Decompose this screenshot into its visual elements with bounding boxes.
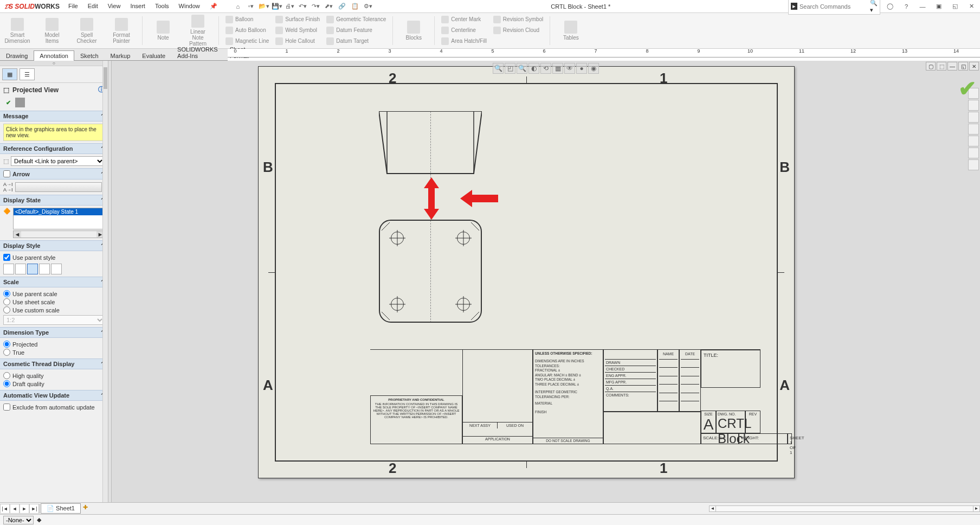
tables-button[interactable]: Tables [558,21,584,41]
maximize-icon[interactable]: ◱ [949,1,962,12]
property-tab-icon[interactable]: ☰ [20,68,35,80]
ok-button[interactable]: ✔ [3,98,13,107]
section-arrow[interactable]: Arrow⌃ [0,168,108,180]
print-icon[interactable]: 🖨▾ [285,1,295,12]
add-sheet-icon[interactable]: ✚ [83,504,93,514]
section-auto-view-update[interactable]: Automatic View Update⌃ [0,390,108,401]
zoom-fit-icon[interactable]: 🔍 [493,63,504,74]
shaded-style-icon[interactable] [51,264,62,274]
feature-tree-tab-icon[interactable]: ▦ [2,68,17,80]
close-icon[interactable]: ✕ [965,1,978,12]
view-port-link-icon[interactable]: ⬚ [937,62,946,71]
revision-symbol-button[interactable]: Revision Symbol [492,14,544,24]
blocks-button[interactable]: Blocks [401,21,427,41]
horizontal-scrollbar[interactable]: ◄► [709,505,980,512]
menu-view[interactable]: View [104,1,125,11]
use-sheet-scale-radio[interactable] [3,298,10,305]
section-view-icon[interactable]: ◐ [528,63,539,74]
menu-window[interactable]: Window [175,1,204,11]
exclude-auto-checkbox[interactable] [3,404,10,411]
section-reference-config[interactable]: Reference Configuration⌃ [0,143,108,154]
view-port-max-icon[interactable]: ◱ [958,62,968,71]
view-port-close-icon[interactable]: ✕ [969,62,979,71]
note-button[interactable]: Note [150,21,176,41]
sheet-nav-next-icon[interactable]: ► [20,504,29,514]
arrow-style-field[interactable] [15,182,102,192]
menu-tools[interactable]: Tools [151,1,173,11]
projected-view-top[interactable] [379,111,482,176]
use-parent-scale-radio[interactable] [3,290,10,297]
spell-checker-button[interactable]: Spell Checker [74,18,100,44]
display-state-list[interactable]: <Default>_Display State 1 [13,208,105,229]
tab-sketch[interactable]: Sketch [74,50,105,61]
section-display-state[interactable]: Display State⌃ [0,195,108,206]
reference-config-select[interactable]: Default <Link to parent> [11,156,105,166]
edit-appearance-icon[interactable]: ● [576,63,587,74]
layer-select[interactable]: -None- [3,516,34,524]
draft-quality-radio[interactable] [3,380,10,387]
surface-finish-button[interactable]: Surface Finish [274,14,321,24]
menu-insert[interactable]: Insert [126,1,150,11]
sheet-nav-prev-icon[interactable]: ◄ [10,504,20,514]
prev-view-icon[interactable]: 🔍 [517,63,527,74]
smart-dimension-button[interactable]: Smart Dimension [4,18,30,44]
linear-note-button[interactable]: Linear Note Pattern [185,15,211,47]
home-icon[interactable]: ⌂ [233,1,243,12]
search-icon[interactable]: 🔍▾ [870,0,878,14]
tab-addins[interactable]: SOLIDWORKS Add-Ins [171,44,224,61]
zoom-area-icon[interactable]: ◰ [505,63,515,74]
view-orient-icon[interactable]: ⟲ [540,63,551,74]
apply-scene-icon[interactable]: ◉ [588,63,599,74]
parent-view[interactable] [379,220,482,323]
centerline-button[interactable]: Centerline [440,25,488,35]
settings-icon[interactable]: ⚙▾ [363,1,373,12]
help-icon[interactable]: ? [900,1,913,12]
section-scale[interactable]: Scale⌃ [0,277,108,287]
save-icon[interactable]: 💾▾ [272,1,282,12]
minimize-icon[interactable]: — [916,1,929,12]
datum-target-button[interactable]: Datum Target [325,36,387,46]
true-radio[interactable] [3,349,10,356]
sheet-nav-first-icon[interactable]: |◄ [0,504,10,514]
display-style-icon[interactable]: ▦ [552,63,563,74]
panel-scrollbar[interactable] [102,61,108,502]
confirm-corner-ok-icon[interactable]: ✔ [958,76,977,101]
projected-radio[interactable] [3,341,10,348]
layer-icon[interactable]: ◆ [37,516,41,523]
graphics-area[interactable]: ▢ ⬚ — ◱ ✕ 🔍 ◰ 🔍 ◐ ⟲ ▦ 👁 ● ◉ ✔ [112,61,980,502]
area-hatch-button[interactable]: Area Hatch/Fill [440,36,488,46]
tab-drawing[interactable]: Drawing [0,50,34,61]
search-input[interactable] [800,3,870,10]
balloon-button[interactable]: Balloon [224,14,270,24]
datum-feature-button[interactable]: Datum Feature [325,25,387,35]
select-icon[interactable]: ⬈▾ [324,1,334,12]
options-icon[interactable]: 📋 [350,1,360,12]
wireframe-style-icon[interactable] [3,264,14,274]
use-custom-scale-radio[interactable] [3,306,10,313]
tab-evaluate[interactable]: Evaluate [136,50,171,61]
tab-annotation[interactable]: Annotation [34,50,74,61]
drawing-sheet[interactable]: 2 1 2 1 B B A A [258,66,795,478]
display-state-scrollbar[interactable]: ◄► [13,231,105,238]
weld-symbol-button[interactable]: Weld Symbol [274,25,321,35]
hide-show-icon[interactable]: 👁 [564,63,575,74]
format-painter-button[interactable]: Format Painter [108,18,134,44]
open-icon[interactable]: 📂▾ [259,1,269,12]
view-port-single-icon[interactable]: ▢ [926,62,936,71]
sheet-tab-sheet1[interactable]: 📄 Sheet1 [41,503,81,514]
section-display-style[interactable]: Display Style⌃ [0,240,108,251]
high-quality-radio[interactable] [3,372,10,379]
search-commands[interactable]: ▸ 🔍▾ [788,0,880,15]
geometric-tolerance-button[interactable]: Geometric Tolerance [325,14,387,24]
revision-cloud-button[interactable]: Revision Cloud [492,25,544,35]
redo-icon[interactable]: ↷▾ [311,1,321,12]
model-items-button[interactable]: Model Items [39,18,65,44]
hlv-style-icon[interactable] [15,264,26,274]
auto-balloon-button[interactable]: Auto Balloon [224,25,270,35]
arrow-checkbox[interactable] [3,170,10,177]
undo-icon[interactable]: ↶▾ [298,1,308,12]
view-port-min-icon[interactable]: — [947,62,957,71]
keep-visible-button[interactable] [15,98,25,107]
section-dimension-type[interactable]: Dimension Type⌃ [0,327,108,338]
center-mark-button[interactable]: Center Mark [440,14,488,24]
